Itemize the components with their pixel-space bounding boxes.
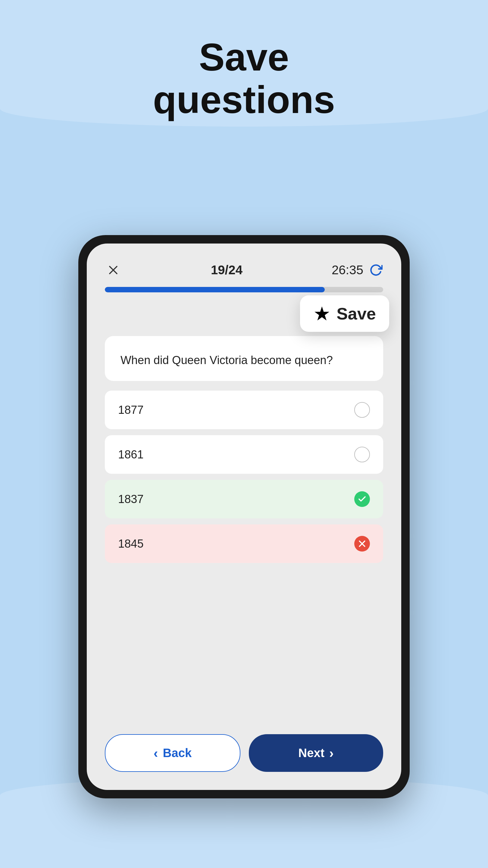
answer-radio-1877 [354,402,370,418]
answer-option-1861[interactable]: 1861 [105,435,383,474]
next-label: Next [298,746,324,760]
hero-title-line1: Save [199,36,289,79]
close-button[interactable] [105,261,122,278]
check-icon [358,495,367,504]
phone-screen: 19/24 26:35 [87,244,401,790]
progress-bar-fill [105,287,325,292]
back-button[interactable]: ‹ Back [105,734,240,772]
next-chevron-icon: › [329,747,334,760]
answer-option-1845[interactable]: 1845 [105,524,383,563]
answer-text-1861: 1861 [118,448,144,461]
back-label: Back [163,746,192,760]
question-card: When did Queen Victoria become queen? [105,336,383,381]
answer-check-1837 [354,491,370,507]
answer-radio-1861 [354,447,370,462]
save-tooltip-label: Save [336,304,376,323]
star-icon: ★ [313,304,330,323]
question-text: When did Queen Victoria become queen? [121,352,367,369]
answers-container: 1877 1861 1837 [105,391,383,563]
cross-icon [358,539,367,548]
phone-mockup: 19/24 26:35 [78,235,410,798]
next-button[interactable]: Next › [249,734,383,772]
hero-title-line2: questions [153,78,335,121]
answer-text-1837: 1837 [118,493,144,506]
close-icon [108,265,119,276]
answer-option-1877[interactable]: 1877 [105,391,383,429]
hero-section: Save questions [0,36,488,121]
timer-area: 26:35 [332,263,383,277]
phone-frame: 19/24 26:35 [78,235,410,798]
save-tooltip: ★ Save [300,296,389,332]
flag-row: Flag ★ Save [105,304,383,325]
answer-text-1877: 1877 [118,404,144,416]
answer-option-1837[interactable]: 1837 [105,480,383,518]
bottom-nav: ‹ Back Next › [87,726,401,790]
question-counter: 19/24 [211,263,242,277]
hero-title: Save questions [0,36,488,121]
timer-text: 26:35 [332,263,363,277]
progress-bar-container [105,287,383,292]
top-bar: 19/24 26:35 [105,261,383,278]
answer-cross-1845 [354,536,370,552]
answer-text-1845: 1845 [118,537,144,550]
back-chevron-icon: ‹ [154,747,158,760]
refresh-icon[interactable] [369,263,383,277]
screen-content: 19/24 26:35 [87,244,401,726]
